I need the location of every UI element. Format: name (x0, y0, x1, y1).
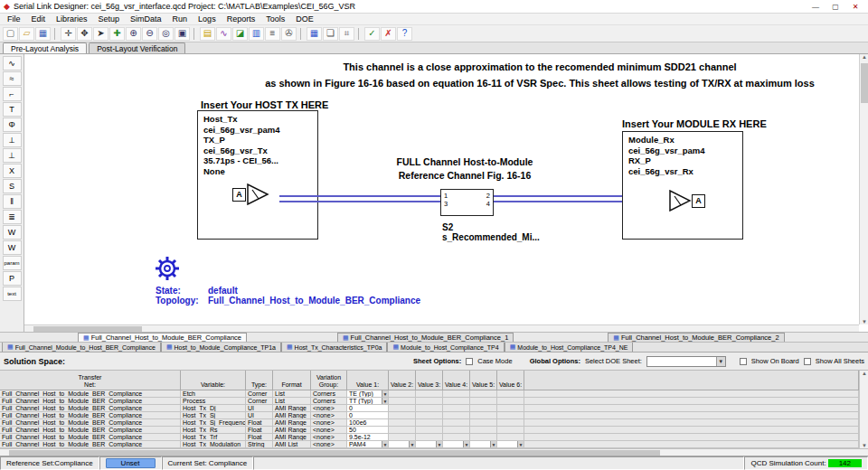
menu-item-simdata[interactable]: SimData (125, 14, 167, 24)
menu-item-setup[interactable]: Setup (93, 14, 126, 24)
zoom-fit-icon[interactable]: ◎ (158, 27, 174, 41)
module-rx-block[interactable]: Module_Rx cei_56g_vsr_pam4 RX_P cei_56g_… (622, 131, 743, 240)
add-icon[interactable]: ✚ (109, 27, 125, 41)
zoom-in-icon[interactable]: ⊕ (126, 27, 141, 41)
dropdown-arrow-icon[interactable]: ▼ (382, 398, 388, 404)
case-mode-checkbox[interactable] (466, 358, 473, 365)
pan-icon[interactable]: ✥ (77, 27, 92, 41)
menu-item-reports[interactable]: Reports (222, 14, 261, 24)
open-folder-icon[interactable]: ▱ (19, 27, 34, 41)
schematic-canvas[interactable]: This channel is a close approximation to… (24, 54, 868, 332)
dropdown-arrow-icon[interactable]: ▼ (517, 441, 524, 447)
save-icon[interactable]: ▦ (35, 27, 51, 41)
canvas-hscroll-thumb[interactable] (33, 326, 142, 332)
tline-icon[interactable]: ‖ (3, 194, 22, 209)
phase-probe-icon[interactable]: Φ (3, 118, 22, 132)
table-hscroll-thumb[interactable] (9, 450, 660, 456)
project-icon[interactable]: P (3, 271, 22, 286)
spreadsheet-icon[interactable]: ▥ (249, 27, 264, 41)
settings-icon[interactable]: ✇ (281, 27, 297, 41)
table-horizontal-scrollbar[interactable] (0, 448, 868, 456)
maximize-button[interactable]: ▢ (826, 3, 844, 11)
menu-item-edit[interactable]: Edit (26, 14, 52, 24)
dropdown-arrow-icon[interactable]: ▼ (382, 441, 388, 447)
cell-value-1[interactable]: PAM4▼ (347, 441, 389, 448)
scroll-down-icon[interactable]: ▼ (860, 319, 868, 324)
coupled-tline-icon[interactable]: ≣ (3, 210, 22, 224)
grid-sheet-icon[interactable]: ▦ (307, 27, 322, 41)
waveform-viewer-icon[interactable]: ∿ (216, 27, 231, 41)
ground-icon[interactable]: ⟂ (3, 133, 22, 147)
text-tool-icon[interactable]: text (3, 287, 22, 301)
host-tx-block[interactable]: Host_Tx cei_56g_vsr_pam4 TX_P cei_56g_vs… (197, 110, 318, 240)
cell-value-1[interactable]: 100e6 (347, 419, 389, 427)
dropdown-arrow-icon[interactable]: ▼ (436, 441, 442, 447)
table-vertical-scrollbar[interactable]: ▲ ▼ (859, 371, 868, 448)
doe-sheet-combobox[interactable]: ▼ (646, 356, 726, 367)
sheet-tab-Host_Tx_Characteristics_TP0a[interactable]: ▦Host_Tx_Characteristics_TP0a (281, 342, 388, 352)
canvas-vscroll-thumb[interactable] (861, 63, 868, 103)
cell-value-4[interactable]: ▼ (443, 441, 470, 448)
show-on-board-checkbox[interactable] (740, 358, 747, 365)
crosshair-icon[interactable]: ✛ (61, 27, 76, 41)
canvas-horizontal-scrollbar[interactable] (24, 324, 859, 332)
chart-icon[interactable]: ◪ (232, 27, 248, 41)
measure-icon[interactable]: ⌗ (339, 27, 354, 41)
cell-value-1[interactable]: TE (Typ)▼ (347, 390, 389, 398)
menu-item-doe[interactable]: DOE (290, 14, 319, 24)
cell-value-6[interactable]: ▼ (497, 441, 524, 448)
cell-value-1[interactable]: TT (Typ)▼ (347, 398, 389, 405)
close-button[interactable]: ✕ (846, 3, 864, 11)
rx-buffer-icon[interactable]: A (668, 190, 705, 212)
w-element2-icon[interactable]: W (3, 240, 22, 255)
state-gear-icon[interactable] (154, 255, 181, 282)
check-icon[interactable]: ✓ (364, 27, 380, 41)
menu-item-tools[interactable]: Tools (260, 14, 290, 24)
wire-host-to-channel-p[interactable] (279, 195, 440, 197)
cell-value-5[interactable]: ▼ (470, 441, 497, 448)
unset-button[interactable]: Unset (106, 458, 156, 468)
sine-wave-icon[interactable]: ∿ (3, 56, 22, 70)
layers-icon[interactable]: ❏ (323, 27, 338, 41)
sheet-tab-Host_to_Module_Compliance_TP1a[interactable]: ▦Host_to_Module_Compliance_TP1a (161, 342, 281, 352)
sheet-tab-Module_to_Host_Compliance_TP4[interactable]: ▦Module_to_Host_Compliance_TP4 (387, 342, 504, 352)
cell-value-3[interactable]: ▼ (416, 441, 443, 448)
zoom-out-icon[interactable]: ⊖ (142, 27, 157, 41)
sheet-tab-Full_Channel_Host_to_Module_BER_Compliance_2[interactable]: ▦Full_Channel_Host_to_Module_BER_Complia… (608, 333, 784, 342)
help-icon[interactable]: ? (397, 27, 412, 41)
table-scroll-up-icon[interactable]: ▲ (860, 371, 868, 376)
cell-value-1[interactable]: 0 (347, 412, 389, 419)
sheet-tab-Module_to_Host_Compliance_TP4_NE[interactable]: ▦Module_to_Host_Compliance_TP4_NE (505, 342, 634, 352)
new-document-icon[interactable]: ▢ (3, 27, 18, 41)
tab-post-layout-verification[interactable]: Post-Layout Verification (89, 42, 185, 53)
cell-value-1[interactable]: 50 (347, 427, 389, 434)
menu-item-logs[interactable]: Logs (193, 14, 222, 24)
tab-pre-layout-analysis[interactable]: Pre-Layout Analysis (3, 42, 87, 53)
report-icon[interactable]: ▤ (200, 27, 215, 41)
chevron-down-icon[interactable]: ▼ (716, 357, 725, 366)
minimize-button[interactable]: — (807, 3, 825, 11)
sheet-tab-Full_Channel_Host_to_Module_BER_Compliance_1[interactable]: ▦Full_Channel_Host_to_Module_BER_Complia… (337, 333, 514, 342)
zoom-window-icon[interactable]: ▣ (175, 27, 190, 41)
x-block-icon[interactable]: X (3, 164, 22, 178)
menu-item-libraries[interactable]: Libraries (51, 14, 93, 24)
cell-value-1[interactable]: 0 (347, 405, 389, 412)
dropdown-arrow-icon[interactable]: ▼ (382, 390, 388, 397)
menu-item-run[interactable]: Run (167, 14, 193, 24)
s-parameter-icon[interactable]: S (3, 179, 22, 193)
step-wave-icon[interactable]: ⌐ (3, 87, 22, 101)
sheet-tab-Full_Channel_Host_to_Module_BER_Compliance[interactable]: ▦Full_Channel_Host_to_Module_BER_Complia… (78, 333, 247, 342)
script-icon[interactable]: ≡ (265, 27, 280, 41)
noise-wave-icon[interactable]: ≈ (3, 71, 22, 86)
canvas-vertical-scrollbar[interactable]: ▲ ▼ (859, 54, 868, 324)
sheet-tab-Full_Channel_Module_to_Host_BER_Compliance[interactable]: ▦Full_Channel_Module_to_Host_BER_Complia… (2, 342, 161, 352)
show-all-sheets-checkbox[interactable] (804, 358, 811, 365)
dropdown-arrow-icon[interactable]: ▼ (490, 441, 496, 447)
params-icon[interactable]: param (3, 256, 22, 270)
cell-value-2[interactable]: ▼ (389, 441, 416, 448)
scroll-up-icon[interactable]: ▲ (860, 54, 868, 60)
pointer-icon[interactable]: ➤ (93, 27, 108, 41)
tx-buffer-icon[interactable]: A (232, 183, 269, 205)
w-element-icon[interactable]: W (3, 225, 22, 240)
dropdown-arrow-icon[interactable]: ▼ (463, 441, 469, 447)
